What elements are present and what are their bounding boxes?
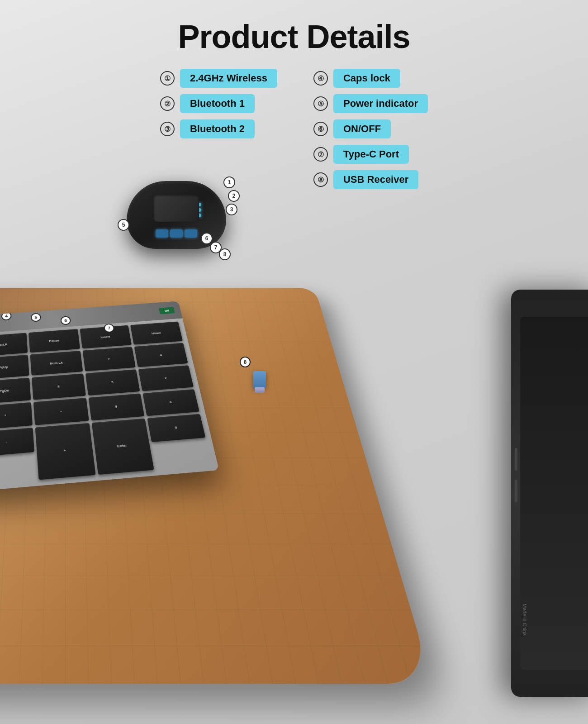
mouse-callout-5: 5 <box>118 219 129 231</box>
usb-connector <box>255 387 265 393</box>
num-6: ⑥ <box>313 122 328 136</box>
kb-key-minus: - <box>33 398 89 425</box>
kb-key-8: 8 <box>32 374 85 400</box>
num-3: ③ <box>160 122 175 136</box>
label-row-5: ⑤ Power indicator <box>313 94 428 113</box>
mouse-callout-2: 2 <box>228 190 240 202</box>
tag-1: 2.4GHz Wireless <box>180 69 277 88</box>
kb-key-scrlk: ScrLK <box>0 333 28 357</box>
mouse-btn-3 <box>185 229 197 238</box>
usb-body <box>253 371 266 388</box>
kb-key-pgdn: PgDn <box>0 378 31 404</box>
tag-2: Bluetooth 1 <box>180 94 255 113</box>
mouse-led-2 <box>198 208 201 212</box>
mouse-led-1 <box>198 203 201 206</box>
label-row-2: ② Bluetooth 1 <box>160 94 277 113</box>
onoff-switch: ON <box>159 307 175 314</box>
tag-4: Caps lock <box>333 69 400 88</box>
mouse-callout-8: 8 <box>219 248 231 260</box>
kb-key-plus: + <box>35 423 95 480</box>
mouse-device: 1 2 3 5 6 7 8 <box>127 181 226 253</box>
mouse-buttons <box>156 229 197 238</box>
kb-key-5: 5 <box>85 369 140 395</box>
product-scene: 1 2 3 5 6 7 8 ON PrtScn ScrLK <box>0 154 588 724</box>
kb-key-2: 2 <box>138 365 193 391</box>
tag-6: ON/OFF <box>333 119 391 138</box>
label-row-6: ⑥ ON/OFF <box>313 119 428 138</box>
mouse-btn-2 <box>170 229 183 238</box>
mouse-power-indicator <box>165 201 172 209</box>
mouse-callout-3: 3 <box>226 204 237 215</box>
mouse-callout-6: 6 <box>201 233 213 244</box>
kb-key-9: 9 <box>88 393 144 420</box>
num-2: ② <box>160 96 175 111</box>
keyboard-keys-grid: PrtScn ScrLK Pause Insert Home End PgUp … <box>0 321 212 490</box>
label-row-4: ④ Caps lock <box>313 69 428 88</box>
device-screen <box>520 317 588 670</box>
tag-3: Bluetooth 2 <box>180 119 255 138</box>
kb-key-numlock: Num Lk <box>30 351 83 376</box>
label-row-1: ① 2.4GHz Wireless <box>160 69 277 88</box>
kb-key-pgup: PgUp <box>0 355 29 380</box>
kb-key-4: 4 <box>134 343 188 367</box>
kb-key-pause: Pause <box>28 329 80 352</box>
device-button-1 <box>515 448 517 471</box>
kb-key-star: * <box>0 402 33 429</box>
tag-5: Power indicator <box>333 94 428 113</box>
usb-callout-8: 8 <box>240 357 251 367</box>
mouse-btn-1 <box>156 229 168 238</box>
kb-key-0: 0 <box>147 414 205 442</box>
device-made-in-label: Made in China <box>522 604 527 636</box>
kb-key-enter: Enter <box>91 418 154 475</box>
mouse-leds <box>198 203 201 217</box>
kb-key-7: 7 <box>82 347 136 371</box>
usb-receiver: 8 <box>253 371 266 399</box>
kb-key-home: Home <box>130 321 183 344</box>
mouse-callout-1: 1 <box>223 176 235 188</box>
right-device: Made in China <box>511 290 588 697</box>
kb-key-6: 6 <box>142 389 199 416</box>
device-button-2 <box>515 480 517 502</box>
num-1: ① <box>160 71 175 86</box>
num-4: ④ <box>313 71 328 86</box>
label-row-3: ③ Bluetooth 2 <box>160 119 277 138</box>
mouse-led-3 <box>198 214 201 217</box>
page-title: Product Details <box>0 0 588 55</box>
num-5: ⑤ <box>313 96 328 111</box>
kb-key-dot: . <box>0 428 34 457</box>
